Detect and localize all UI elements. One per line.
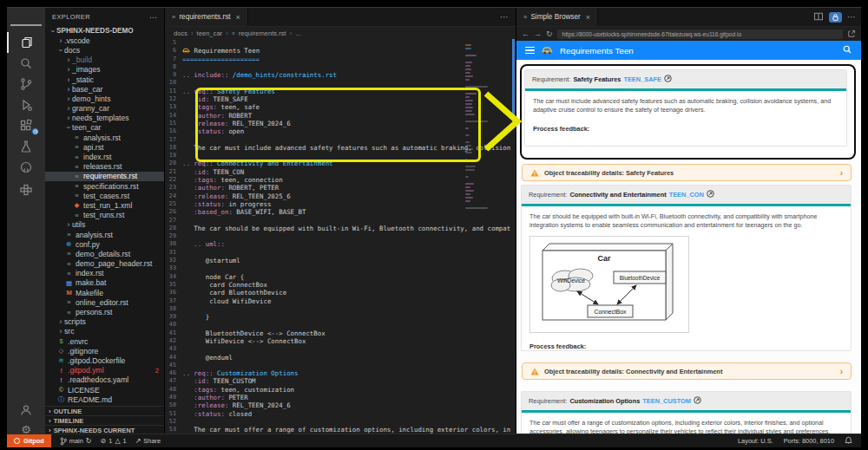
traceability-warning-safety[interactable]: Object traceability details: Safety Feat… xyxy=(522,164,852,181)
open-external-icon[interactable] xyxy=(847,26,856,42)
url-input[interactable]: https://8000-useblocks-sphinxneedsde-67t… xyxy=(557,29,843,39)
section-timeline[interactable]: ›TIMELINE xyxy=(45,415,164,425)
branch-indicator[interactable]: main ↻ xyxy=(60,437,92,446)
code-line-18[interactable]: 18 The car must include advanced safety … xyxy=(165,144,516,152)
tree-item-base-car[interactable]: ›base_car xyxy=(45,84,164,94)
gitpod-badge[interactable]: Gitpod xyxy=(7,434,51,447)
run-debug-icon[interactable] xyxy=(7,95,45,115)
testing-beaker-icon[interactable] xyxy=(7,136,45,157)
chevron-right-icon[interactable]: › xyxy=(840,168,843,178)
code-line-38[interactable]: 38 xyxy=(165,305,516,313)
tree-item-utils[interactable]: ›utils xyxy=(45,220,164,230)
code-line-50[interactable]: 50 :release: REL_TEEN_2024_6 xyxy=(165,401,516,409)
permalink-icon[interactable] xyxy=(707,190,714,199)
code-line-49[interactable]: 49 :author: PETER xyxy=(165,394,516,401)
code-line-36[interactable]: 36 card BluetoothDevice xyxy=(165,289,516,297)
code-line-20[interactable]: 20.. req:: Connectivity and Entertainmen… xyxy=(165,160,516,167)
tree-item--images[interactable]: ›_images xyxy=(45,65,164,75)
tree-item-makefile[interactable]: MMakefile xyxy=(45,288,164,297)
problems-indicator[interactable]: ⊘ 1 △ 1 xyxy=(101,437,127,445)
code-line-33[interactable]: 33 xyxy=(165,264,516,272)
tree-item-index-rst[interactable]: ≡index.rst xyxy=(45,152,164,161)
browser-more-icon[interactable]: ⋯ xyxy=(847,12,856,22)
code-line-21[interactable]: 21 :id: TEEN_CON xyxy=(165,168,516,176)
sync-icon[interactable]: ↻ xyxy=(86,437,92,445)
code-line-52[interactable]: 52 xyxy=(165,418,516,426)
tree-item-readme-md[interactable]: ⓘREADME.md xyxy=(45,395,164,404)
source-control-icon[interactable] xyxy=(7,74,45,95)
tree-item-src[interactable]: ›src xyxy=(45,327,164,336)
page-search-icon[interactable] xyxy=(842,42,852,58)
code-line-6[interactable]: 6 Requirements Teen xyxy=(165,47,516,55)
split-editor-icon[interactable] xyxy=(813,10,824,25)
code-line-35[interactable]: 35 card ConnectBox xyxy=(165,281,516,289)
code-line-7[interactable]: 7==================== xyxy=(165,55,516,63)
code-line-25[interactable]: 25 :status: in progress xyxy=(165,200,516,208)
code-line-8[interactable]: 8 xyxy=(165,63,516,71)
back-icon[interactable]: ← xyxy=(522,29,529,38)
code-line-24[interactable]: 24 :release: REL_TEEN_2025_6 xyxy=(165,192,516,200)
tree-item--static[interactable]: ›_static xyxy=(45,75,164,84)
code-line-43[interactable]: 43 xyxy=(165,345,516,353)
keyboard-layout[interactable]: Layout: U.S. xyxy=(738,437,773,445)
scrollbar-indicator[interactable] xyxy=(512,39,515,122)
tree-item-granny-car[interactable]: ›granny_car xyxy=(45,104,164,114)
code-line-23[interactable]: 23 :author: ROBERT, PETER xyxy=(165,184,516,192)
tree-item--gitignore[interactable]: ◇.gitignore xyxy=(45,346,164,355)
tree-item--gitpod-yml[interactable]: !.gitpod.yml2 xyxy=(45,366,164,375)
breadcrumb[interactable]: docs› teen_car› ≡ requirements.rst› ... xyxy=(165,27,516,39)
editor-more-icon[interactable]: ⋯ xyxy=(500,12,509,22)
tree-item-license[interactable]: ©LICENSE xyxy=(45,385,164,395)
code-line-41[interactable]: 41 BluetoothDevice <--> ConnectBox xyxy=(165,329,516,337)
search-icon[interactable] xyxy=(7,53,45,74)
tree-item-teen-car[interactable]: ›teen_car xyxy=(45,123,164,133)
permalink-icon[interactable] xyxy=(694,396,701,406)
code-line-14[interactable]: 14 :author: ROBERT xyxy=(165,112,516,120)
lock-icon[interactable] xyxy=(829,12,842,23)
notifications-bell-icon[interactable] xyxy=(845,436,852,447)
requirement-id-link[interactable]: TEEN_CON xyxy=(669,191,704,199)
forward-icon[interactable]: → xyxy=(534,29,542,38)
breadcrumb-item[interactable]: teen_car xyxy=(197,29,223,37)
tree-item-conf-py[interactable]: ⊕conf.py xyxy=(45,239,164,249)
tree-item-docs[interactable]: ›docs xyxy=(45,45,164,55)
requirement-id-link[interactable]: TEEN_CUSTOM xyxy=(642,397,691,405)
code-line-30[interactable]: 30 .. uml:: xyxy=(165,240,516,248)
code-line-32[interactable]: 32 @startuml xyxy=(165,257,516,264)
tree-item--envrc[interactable]: $.envrc xyxy=(45,336,164,346)
breadcrumb-item[interactable]: requirements.rst xyxy=(239,29,286,37)
extensions-icon[interactable] xyxy=(7,115,45,136)
code-line-45[interactable]: 45 xyxy=(165,362,516,369)
tree-item-persons-rst[interactable]: ≡persons.rst xyxy=(45,307,164,316)
code-line-13[interactable]: 13 :tags: teen, safe xyxy=(165,103,516,111)
tree-item-demo-hints[interactable]: ›demo_hints xyxy=(45,94,164,103)
code-line-10[interactable]: 10 xyxy=(165,79,516,87)
tree-item-releases-rst[interactable]: ≡releases.rst xyxy=(45,162,164,172)
code-line-5[interactable]: 5 xyxy=(165,39,516,47)
code-line-37[interactable]: 37 cloud WifiDevice xyxy=(165,297,516,305)
tree-item-api-rst[interactable]: ≡api.rst xyxy=(45,142,164,152)
tree-item-online-editor-rst[interactable]: ≡online_editor.rst xyxy=(45,297,164,307)
code-line-40[interactable]: 40 xyxy=(165,321,516,329)
code-line-44[interactable]: 44 @enduml xyxy=(165,354,516,362)
explorer-more-icon[interactable]: ⋯ xyxy=(149,13,157,22)
code-line-46[interactable]: 46.. req:: Customization Options xyxy=(165,369,516,377)
code-line-34[interactable]: 34 node Car { xyxy=(165,273,516,281)
code-line-27[interactable]: 27 xyxy=(165,217,516,225)
code-line-22[interactable]: 22 :tags: teen, connection xyxy=(165,176,516,184)
requirement-id-link[interactable]: TEEN_SAFE xyxy=(623,75,661,83)
tree-item-demo-details-rst[interactable]: ≡demo_details.rst xyxy=(45,249,164,258)
code-line-39[interactable]: 39 } xyxy=(165,313,516,321)
ports-indicator[interactable]: Ports: 8000, 8010 xyxy=(784,437,834,445)
code-line-12[interactable]: 12 :id: TEEN_SAFE xyxy=(165,95,516,103)
tree-item--vscode[interactable]: ›.vscode xyxy=(45,36,164,45)
tree-item-test-cases-rst[interactable]: ≡test_cases.rst xyxy=(45,191,164,200)
code-line-42[interactable]: 42 WifiDevice <--> ConnectBox xyxy=(165,337,516,345)
code-line-31[interactable]: 31 xyxy=(165,249,516,257)
tree-item-requirements-rst[interactable]: ≡requirements.rst xyxy=(45,172,164,181)
section-outline[interactable]: ›OUTLINE xyxy=(45,406,164,415)
tree-item-analysis-rst[interactable]: ≡analysis.rst xyxy=(45,133,164,142)
account-icon[interactable] xyxy=(7,400,45,421)
code-line-17[interactable]: 17 xyxy=(165,136,516,144)
tree-item-analysis-rst[interactable]: ≡analysis.rst xyxy=(45,230,164,239)
